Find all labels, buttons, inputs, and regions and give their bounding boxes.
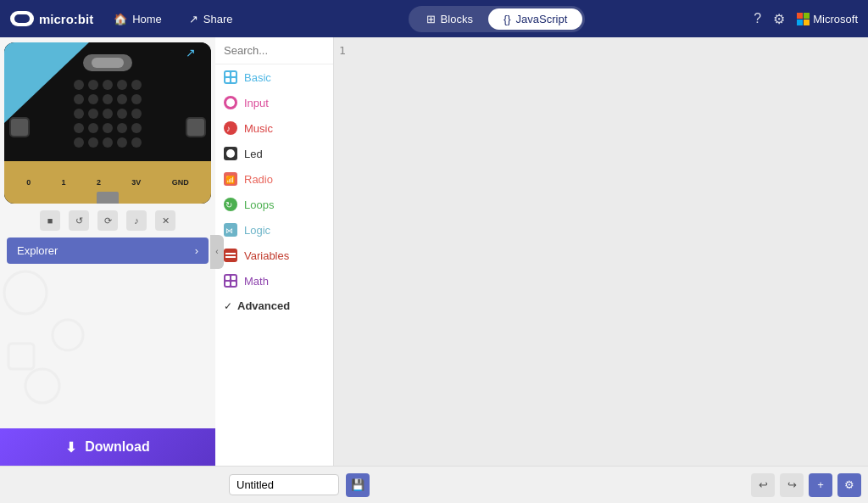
bottom-right-controls: ↩ ↪ + ⚙ bbox=[751, 473, 861, 497]
category-input[interactable]: Input bbox=[215, 90, 333, 115]
input-icon bbox=[224, 96, 237, 109]
variables-label: Variables bbox=[244, 249, 289, 262]
advanced-chevron-icon: ✓ bbox=[224, 300, 232, 312]
led-dot bbox=[131, 109, 142, 119]
explorer-label: Explorer bbox=[17, 244, 58, 257]
header-center: ⊞ Blocks {} JavaScript bbox=[253, 6, 741, 32]
download-button[interactable]: ⬇ Download bbox=[0, 428, 215, 466]
category-math[interactable]: Math bbox=[215, 268, 333, 293]
led-dot bbox=[88, 137, 98, 148]
led-dot bbox=[117, 109, 127, 119]
svg-text:⋈: ⋈ bbox=[225, 226, 233, 235]
left-panel: ↗ bbox=[0, 37, 215, 466]
stop-button[interactable]: ■ bbox=[40, 210, 60, 231]
microbit-display-inner bbox=[92, 58, 124, 68]
line-numbers: 1 bbox=[334, 37, 359, 466]
svg-text:📶: 📶 bbox=[225, 175, 236, 185]
sound-button[interactable]: ♪ bbox=[126, 210, 147, 231]
led-dot bbox=[103, 137, 113, 148]
zoom-in-button[interactable]: + bbox=[809, 473, 832, 497]
svg-rect-17 bbox=[231, 276, 236, 280]
undo-button[interactable]: ↩ bbox=[751, 473, 775, 497]
save-button[interactable]: 💾 bbox=[346, 473, 370, 497]
button-b[interactable] bbox=[186, 117, 206, 137]
loops-label: Loops bbox=[244, 198, 274, 211]
led-icon bbox=[224, 147, 237, 160]
led-dot bbox=[117, 80, 127, 90]
svg-rect-15 bbox=[225, 256, 236, 258]
svg-point-8 bbox=[226, 98, 235, 107]
microsoft-label: Microsoft bbox=[813, 13, 858, 25]
home-icon: 🏠 bbox=[114, 13, 127, 25]
settings-button[interactable]: ⚙ bbox=[773, 11, 785, 27]
button-a[interactable] bbox=[9, 117, 30, 137]
svg-rect-6 bbox=[225, 78, 230, 82]
logic-icon: ⋈ bbox=[224, 223, 237, 237]
close-sim-button[interactable]: ✕ bbox=[155, 210, 175, 231]
tab-blocks-label: Blocks bbox=[441, 13, 473, 25]
redo-button[interactable]: ↪ bbox=[780, 473, 804, 497]
svg-rect-2 bbox=[8, 344, 34, 369]
category-loops[interactable]: ↻ Loops bbox=[215, 192, 333, 217]
category-basic[interactable]: Basic bbox=[215, 64, 333, 90]
advanced-row[interactable]: ✓ Advanced bbox=[215, 293, 333, 318]
svg-rect-16 bbox=[225, 276, 230, 280]
rotate-button[interactable]: ⟳ bbox=[97, 210, 118, 231]
tab-javascript[interactable]: {} JavaScript bbox=[488, 8, 582, 30]
microbit-body: ↗ bbox=[4, 42, 211, 204]
math-label: Math bbox=[244, 275, 269, 288]
led-dot bbox=[117, 94, 127, 104]
category-led[interactable]: Led bbox=[215, 141, 333, 166]
restart-button[interactable]: ↺ bbox=[69, 210, 89, 231]
svg-rect-18 bbox=[225, 282, 230, 286]
collapse-handle[interactable]: ‹ bbox=[210, 235, 224, 269]
tab-blocks[interactable]: ⊞ Blocks bbox=[411, 8, 488, 30]
svg-point-3 bbox=[25, 369, 59, 403]
svg-rect-7 bbox=[231, 78, 236, 82]
led-dot bbox=[103, 94, 113, 104]
microsoft-logo: Microsoft bbox=[797, 13, 858, 25]
sim-controls: ■ ↺ ⟳ ♪ ✕ bbox=[4, 204, 211, 234]
svg-rect-14 bbox=[225, 253, 236, 254]
category-radio[interactable]: 📶 Radio bbox=[215, 166, 333, 192]
led-dot bbox=[88, 80, 98, 90]
logo[interactable]: micro:bit bbox=[10, 11, 93, 26]
pin-3v: 3V bbox=[131, 178, 141, 187]
svg-point-0 bbox=[4, 271, 47, 314]
search-input[interactable] bbox=[224, 44, 334, 57]
led-dot bbox=[74, 80, 84, 90]
usb-connector bbox=[97, 192, 119, 204]
category-music[interactable]: ♪ Music bbox=[215, 115, 333, 141]
filename-input[interactable] bbox=[229, 474, 339, 495]
music-label: Music bbox=[244, 122, 273, 135]
svg-point-1 bbox=[53, 320, 83, 350]
download-icon: ⬇ bbox=[65, 439, 76, 455]
category-logic[interactable]: ⋈ Logic bbox=[215, 217, 333, 243]
search-bar: 🔍 bbox=[215, 37, 333, 64]
code-editor[interactable]: 1 bbox=[334, 37, 868, 466]
share-nav[interactable]: ↗ Share bbox=[182, 9, 240, 29]
header-right: ? ⚙ Microsoft bbox=[754, 11, 858, 27]
bottom-bar: 💾 ↩ ↪ + ⚙ bbox=[0, 466, 868, 503]
home-nav[interactable]: 🏠 Home bbox=[107, 9, 169, 29]
variables-icon bbox=[224, 249, 237, 262]
line-1: 1 bbox=[339, 44, 346, 57]
led-dot bbox=[117, 123, 127, 133]
music-icon: ♪ bbox=[224, 121, 237, 135]
zoom-settings-button[interactable]: ⚙ bbox=[837, 473, 861, 497]
basic-icon bbox=[224, 70, 237, 84]
radio-icon: 📶 bbox=[224, 172, 237, 186]
advanced-label: Advanced bbox=[237, 299, 290, 312]
help-button[interactable]: ? bbox=[754, 11, 761, 26]
led-grid bbox=[74, 80, 142, 148]
led-dot bbox=[131, 80, 142, 90]
category-variables[interactable]: Variables bbox=[215, 243, 333, 268]
microbit-display-pill bbox=[83, 54, 132, 71]
share-label: Share bbox=[203, 13, 233, 25]
tab-javascript-label: JavaScript bbox=[516, 13, 568, 25]
explorer-button[interactable]: Explorer › bbox=[7, 238, 209, 264]
led-dot bbox=[88, 109, 98, 119]
led-dot bbox=[88, 123, 98, 133]
led-dot bbox=[131, 137, 142, 148]
share-icon: ↗ bbox=[189, 13, 198, 25]
